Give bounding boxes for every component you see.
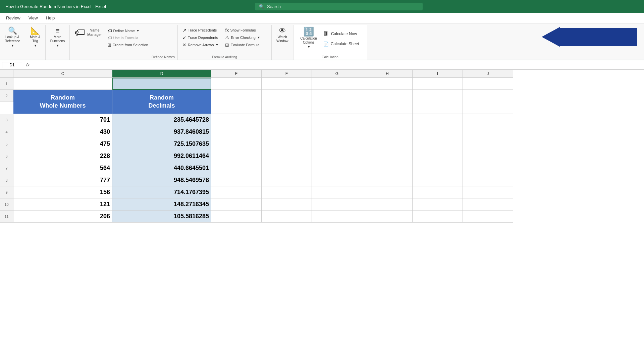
cell-d5[interactable]: 725.1507635	[112, 138, 211, 150]
cell-c11[interactable]: 206	[13, 210, 112, 223]
cell-d9[interactable]: 714.1767395	[112, 186, 211, 198]
col-header-g[interactable]: G	[312, 70, 362, 78]
cell-e1[interactable]	[211, 78, 262, 90]
menu-help[interactable]: Help	[43, 14, 58, 22]
cell-h7[interactable]	[362, 162, 413, 174]
cell-e2[interactable]	[211, 90, 262, 114]
cell-e7[interactable]	[211, 162, 262, 174]
cell-e11[interactable]	[211, 210, 262, 223]
cell-h11[interactable]	[362, 210, 413, 223]
cell-f8[interactable]	[262, 174, 312, 186]
show-formulas-button[interactable]: fx Show Formulas	[223, 27, 262, 34]
cell-i11[interactable]	[413, 210, 463, 223]
cell-g2[interactable]	[312, 90, 362, 114]
cell-f1[interactable]	[262, 78, 312, 90]
cell-f4[interactable]	[262, 126, 312, 138]
trace-dependents-button[interactable]: ↙ Trace Dependents	[180, 34, 221, 41]
cell-g4[interactable]	[312, 126, 362, 138]
cell-g3[interactable]	[312, 114, 362, 126]
cell-j9[interactable]	[463, 186, 513, 198]
calculate-sheet-button[interactable]: 📄 Calculate Sheet	[320, 40, 362, 48]
cell-e6[interactable]	[211, 150, 262, 162]
cell-c1[interactable]	[13, 78, 112, 90]
cell-j8[interactable]	[463, 174, 513, 186]
cell-j3[interactable]	[463, 114, 513, 126]
cell-c10[interactable]: 121	[13, 198, 112, 210]
cell-c3[interactable]: 701	[13, 114, 112, 126]
cell-h6[interactable]	[362, 150, 413, 162]
cell-c8[interactable]: 777	[13, 174, 112, 186]
error-checking-button[interactable]: ⚠ Error Checking ▼	[223, 34, 262, 41]
cell-h8[interactable]	[362, 174, 413, 186]
cell-g9[interactable]	[312, 186, 362, 198]
col-header-c[interactable]: C	[13, 70, 112, 78]
cell-g7[interactable]	[312, 162, 362, 174]
trace-precedents-button[interactable]: ↗ Trace Precedents	[180, 27, 221, 34]
cell-f6[interactable]	[262, 150, 312, 162]
cell-i9[interactable]	[413, 186, 463, 198]
menu-review[interactable]: Review	[3, 14, 24, 22]
col-header-j[interactable]: J	[463, 70, 513, 78]
cell-h4[interactable]	[362, 126, 413, 138]
cell-e5[interactable]	[211, 138, 262, 150]
col-header-f[interactable]: F	[262, 70, 312, 78]
search-bar[interactable]: 🔍	[255, 3, 423, 10]
col-header-i[interactable]: I	[413, 70, 463, 78]
cell-h10[interactable]	[362, 198, 413, 210]
cell-h2[interactable]	[362, 90, 413, 114]
cell-d7[interactable]: 440.6645501	[112, 162, 211, 174]
remove-arrows-button[interactable]: ✕ Remove Arrows ▼	[180, 42, 221, 48]
cell-e10[interactable]	[211, 198, 262, 210]
cell-g6[interactable]	[312, 150, 362, 162]
watch-window-button[interactable]: 👁 WatchWindow	[274, 26, 290, 44]
cell-d11[interactable]: 105.5816285	[112, 210, 211, 223]
cell-d6[interactable]: 992.0611464	[112, 150, 211, 162]
cell-d8[interactable]: 948.5469578	[112, 174, 211, 186]
use-in-formula-button[interactable]: 🏷 Use in Formula	[105, 35, 150, 41]
cell-i7[interactable]	[413, 162, 463, 174]
cell-e3[interactable]	[211, 114, 262, 126]
cell-d1[interactable]	[112, 78, 211, 90]
search-input[interactable]	[267, 4, 419, 9]
create-from-selection-button[interactable]: ⊞ Create from Selection	[105, 42, 150, 48]
cell-f11[interactable]	[262, 210, 312, 223]
cell-e8[interactable]	[211, 174, 262, 186]
cell-c6[interactable]: 228	[13, 150, 112, 162]
cell-d3[interactable]: 235.4645728	[112, 114, 211, 126]
calculation-options-button[interactable]: 🔢 CalculationOptions ▼	[298, 26, 319, 50]
cell-i5[interactable]	[413, 138, 463, 150]
cell-j4[interactable]	[463, 126, 513, 138]
evaluate-formula-button[interactable]: ⊞ Evaluate Formula	[223, 42, 262, 48]
cell-j10[interactable]	[463, 198, 513, 210]
cell-c7[interactable]: 564	[13, 162, 112, 174]
cell-i3[interactable]	[413, 114, 463, 126]
cell-f3[interactable]	[262, 114, 312, 126]
cell-f2[interactable]	[262, 90, 312, 114]
cell-i8[interactable]	[413, 174, 463, 186]
cell-d2-header[interactable]: Random Decimals	[112, 90, 211, 114]
cell-reference-box[interactable]: D1	[2, 62, 22, 68]
more-functions-button[interactable]: ≡ MoreFunctions ▼	[48, 26, 67, 48]
cell-i6[interactable]	[413, 150, 463, 162]
formula-input[interactable]	[34, 63, 642, 67]
cell-h9[interactable]	[362, 186, 413, 198]
cell-i2[interactable]	[413, 90, 463, 114]
cell-j2[interactable]	[463, 90, 513, 114]
cell-i4[interactable]	[413, 126, 463, 138]
col-header-h[interactable]: H	[362, 70, 413, 78]
col-header-e[interactable]: E	[211, 70, 262, 78]
cell-j5[interactable]	[463, 138, 513, 150]
define-name-button[interactable]: 🏷 Define Name ▼	[105, 27, 150, 34]
cell-e4[interactable]	[211, 126, 262, 138]
cell-g11[interactable]	[312, 210, 362, 223]
cell-d4[interactable]: 937.8460815	[112, 126, 211, 138]
cell-j1[interactable]	[463, 78, 513, 90]
cell-f7[interactable]	[262, 162, 312, 174]
menu-view[interactable]: View	[25, 14, 41, 22]
name-manager-button[interactable]: 🏷 NameManager	[72, 26, 104, 39]
cell-e9[interactable]	[211, 186, 262, 198]
cell-i10[interactable]	[413, 198, 463, 210]
cell-c4[interactable]: 430	[13, 126, 112, 138]
calculate-now-button[interactable]: 🖩 Calculate Now	[320, 29, 362, 39]
cell-c9[interactable]: 156	[13, 186, 112, 198]
